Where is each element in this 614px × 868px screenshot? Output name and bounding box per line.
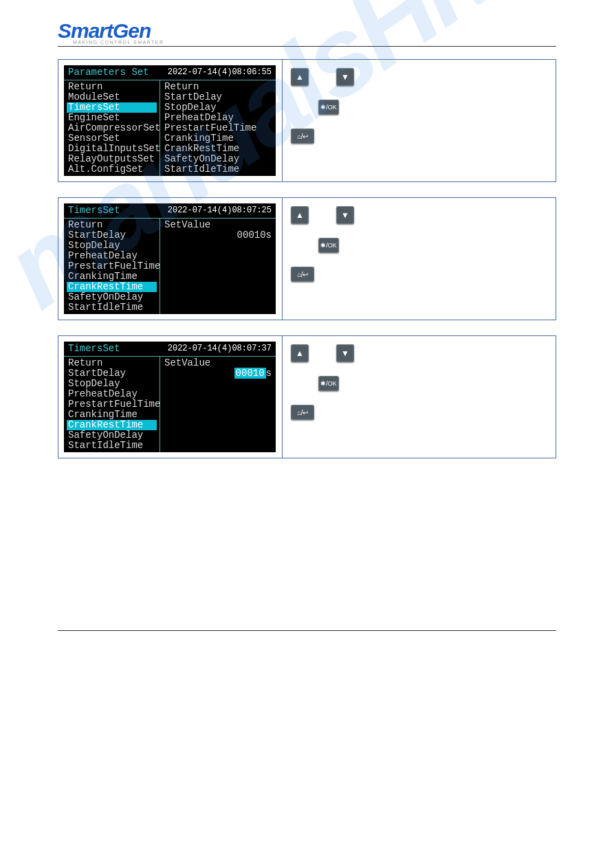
menu-item[interactable]: CrankRestTime [67,282,157,292]
submenu-item: CrankRestTime [163,144,273,154]
back-button[interactable]: ⌂/↩ [291,267,314,282]
submenu-item: PreheatDelay [163,113,273,123]
submenu-item: PrestartFuelTime [163,123,273,133]
up-button[interactable]: ▲ [291,206,309,224]
menu-item[interactable]: StartIdleTime [67,302,157,313]
back-button[interactable]: ⌂/↩ [291,405,314,420]
lcd-title: TimersSet [68,205,120,216]
menu-item[interactable]: PreheatDelay [67,389,157,399]
down-button[interactable]: ▼ [336,344,354,362]
up-button[interactable]: ▲ [291,68,309,86]
footer-divider [58,630,556,631]
up-button[interactable]: ▲ [291,344,309,362]
menu-item[interactable]: RelayOutputsSet [67,154,157,164]
lcd-timestamp: 2022-07-14(4)08:06:55 [168,67,272,78]
menu-item[interactable]: StartIdleTime [67,441,157,451]
menu-item[interactable]: StopDelay [67,379,157,389]
submenu-item: StartIdleTime [163,164,273,175]
ok-button[interactable]: ✱/OK [318,376,339,391]
menu-item[interactable]: SafetyOnDelay [67,430,157,441]
menu-item[interactable]: Return [67,220,157,230]
instruction-section: TimersSet2022-07-14(4)08:07:25ReturnStar… [58,197,556,320]
menu-item[interactable]: Alt.ConfigSet [67,164,157,175]
menu-item[interactable]: DigitalInputsSet [67,144,157,154]
submenu-item: Return [163,82,273,92]
lcd-timestamp: 2022-07-14(4)08:07:37 [168,344,272,354]
ok-button[interactable]: ✱/OK [318,100,339,115]
setvalue-value[interactable]: 00010s [163,368,273,379]
submenu-item: SafetyOnDelay [163,154,273,164]
setvalue-value[interactable]: 00010s [163,230,273,241]
submenu-item: StartDelay [163,92,273,102]
menu-item[interactable]: StopDelay [67,241,157,251]
menu-item[interactable]: CrankingTime [67,271,157,282]
brand-logo: SmartGen [58,19,556,43]
lcd-title: TimersSet [68,344,120,354]
menu-item[interactable]: PrestartFuelTime [67,399,157,410]
setvalue-label: SetValue [163,220,273,230]
menu-item[interactable]: StartDelay [67,368,157,379]
back-button[interactable]: ⌂/↩ [291,129,314,144]
menu-item[interactable]: Return [67,82,157,92]
submenu-item: StopDelay [163,102,273,113]
menu-item[interactable]: CrankRestTime [67,420,157,430]
lcd-screen: Parameters Set2022-07-14(4)08:06:55Retur… [64,65,276,176]
lcd-title: Parameters Set [68,67,149,78]
menu-item[interactable]: TimersSet [67,102,157,113]
lcd-screen: TimersSet2022-07-14(4)08:07:37ReturnStar… [64,342,276,452]
setvalue-label: SetValue [163,358,273,368]
ok-button[interactable]: ✱/OK [318,238,339,253]
menu-item[interactable]: CrankingTime [67,410,157,420]
menu-item[interactable]: ModuleSet [67,92,157,102]
menu-item[interactable]: StartDelay [67,230,157,241]
menu-item[interactable]: SensorSet [67,133,157,144]
instruction-section: Parameters Set2022-07-14(4)08:06:55Retur… [58,59,556,182]
menu-item[interactable]: EngineSet [67,113,157,123]
lcd-screen: TimersSet2022-07-14(4)08:07:25ReturnStar… [64,203,276,314]
down-button[interactable]: ▼ [336,68,354,86]
menu-item[interactable]: SafetyOnDelay [67,292,157,302]
menu-item[interactable]: AirCompressorSet [67,123,157,133]
menu-item[interactable]: PreheatDelay [67,251,157,261]
submenu-item: CrankingTime [163,133,273,144]
page-header: SmartGen MAKING CONTROL SMARTER [58,19,556,47]
down-button[interactable]: ▼ [336,206,354,224]
brand-tagline: MAKING CONTROL SMARTER [58,40,556,45]
menu-item[interactable]: PrestartFuelTime [67,261,157,271]
lcd-timestamp: 2022-07-14(4)08:07:25 [168,205,272,216]
menu-item[interactable]: Return [67,358,157,368]
instruction-section: TimersSet2022-07-14(4)08:07:37ReturnStar… [58,335,556,458]
